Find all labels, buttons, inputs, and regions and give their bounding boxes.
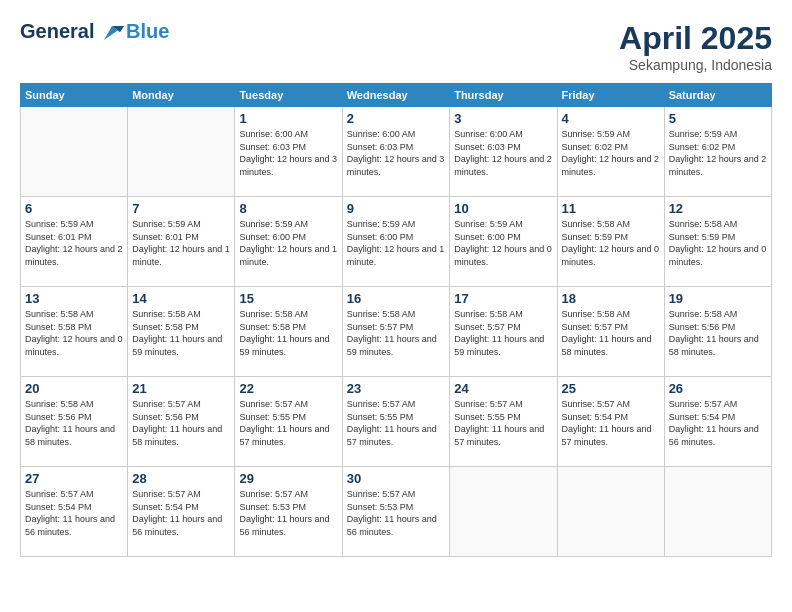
day-of-week-saturday: Saturday <box>664 84 771 107</box>
calendar-week-row: 13 Sunrise: 5:58 AMSunset: 5:58 PMDaylig… <box>21 287 772 377</box>
calendar-cell: 28 Sunrise: 5:57 AMSunset: 5:54 PMDaylig… <box>128 467 235 557</box>
day-info: Sunrise: 5:58 AMSunset: 5:58 PMDaylight:… <box>239 308 337 358</box>
day-number: 21 <box>132 381 230 396</box>
logo-general: General <box>20 20 94 42</box>
calendar-table: SundayMondayTuesdayWednesdayThursdayFrid… <box>20 83 772 557</box>
day-info: Sunrise: 5:58 AMSunset: 5:56 PMDaylight:… <box>669 308 767 358</box>
day-number: 16 <box>347 291 445 306</box>
calendar-cell: 21 Sunrise: 5:57 AMSunset: 5:56 PMDaylig… <box>128 377 235 467</box>
day-info: Sunrise: 5:59 AMSunset: 6:00 PMDaylight:… <box>347 218 445 268</box>
day-of-week-thursday: Thursday <box>450 84 557 107</box>
day-info: Sunrise: 5:59 AMSunset: 6:02 PMDaylight:… <box>562 128 660 178</box>
day-number: 23 <box>347 381 445 396</box>
logo: General Blue <box>20 20 169 42</box>
calendar-cell: 9 Sunrise: 5:59 AMSunset: 6:00 PMDayligh… <box>342 197 449 287</box>
day-number: 15 <box>239 291 337 306</box>
day-number: 11 <box>562 201 660 216</box>
day-of-week-monday: Monday <box>128 84 235 107</box>
day-info: Sunrise: 5:58 AMSunset: 5:58 PMDaylight:… <box>132 308 230 358</box>
calendar-cell: 8 Sunrise: 5:59 AMSunset: 6:00 PMDayligh… <box>235 197 342 287</box>
day-of-week-friday: Friday <box>557 84 664 107</box>
day-number: 1 <box>239 111 337 126</box>
day-info: Sunrise: 5:58 AMSunset: 5:57 PMDaylight:… <box>562 308 660 358</box>
calendar-cell <box>557 467 664 557</box>
calendar-week-row: 6 Sunrise: 5:59 AMSunset: 6:01 PMDayligh… <box>21 197 772 287</box>
day-number: 14 <box>132 291 230 306</box>
calendar-cell: 19 Sunrise: 5:58 AMSunset: 5:56 PMDaylig… <box>664 287 771 377</box>
day-info: Sunrise: 5:58 AMSunset: 5:57 PMDaylight:… <box>454 308 552 358</box>
location-subtitle: Sekampung, Indonesia <box>619 57 772 73</box>
calendar-cell: 4 Sunrise: 5:59 AMSunset: 6:02 PMDayligh… <box>557 107 664 197</box>
day-info: Sunrise: 5:59 AMSunset: 6:00 PMDaylight:… <box>454 218 552 268</box>
calendar-week-row: 1 Sunrise: 6:00 AMSunset: 6:03 PMDayligh… <box>21 107 772 197</box>
day-info: Sunrise: 6:00 AMSunset: 6:03 PMDaylight:… <box>454 128 552 178</box>
day-number: 5 <box>669 111 767 126</box>
calendar-cell: 29 Sunrise: 5:57 AMSunset: 5:53 PMDaylig… <box>235 467 342 557</box>
page-header: General Blue April 2025 Sekampung, Indon… <box>20 20 772 73</box>
calendar-cell: 6 Sunrise: 5:59 AMSunset: 6:01 PMDayligh… <box>21 197 128 287</box>
calendar-cell <box>664 467 771 557</box>
day-info: Sunrise: 5:57 AMSunset: 5:54 PMDaylight:… <box>25 488 123 538</box>
day-info: Sunrise: 5:57 AMSunset: 5:55 PMDaylight:… <box>454 398 552 448</box>
day-info: Sunrise: 5:59 AMSunset: 6:00 PMDaylight:… <box>239 218 337 268</box>
day-info: Sunrise: 5:57 AMSunset: 5:54 PMDaylight:… <box>669 398 767 448</box>
logo-blue: Blue <box>126 20 169 42</box>
day-number: 13 <box>25 291 123 306</box>
calendar-cell: 2 Sunrise: 6:00 AMSunset: 6:03 PMDayligh… <box>342 107 449 197</box>
day-info: Sunrise: 5:58 AMSunset: 5:56 PMDaylight:… <box>25 398 123 448</box>
calendar-cell: 15 Sunrise: 5:58 AMSunset: 5:58 PMDaylig… <box>235 287 342 377</box>
day-info: Sunrise: 5:57 AMSunset: 5:55 PMDaylight:… <box>239 398 337 448</box>
calendar-cell: 12 Sunrise: 5:58 AMSunset: 5:59 PMDaylig… <box>664 197 771 287</box>
title-block: April 2025 Sekampung, Indonesia <box>619 20 772 73</box>
calendar-cell <box>128 107 235 197</box>
day-number: 22 <box>239 381 337 396</box>
day-of-week-wednesday: Wednesday <box>342 84 449 107</box>
calendar-cell: 16 Sunrise: 5:58 AMSunset: 5:57 PMDaylig… <box>342 287 449 377</box>
day-number: 12 <box>669 201 767 216</box>
calendar-week-row: 27 Sunrise: 5:57 AMSunset: 5:54 PMDaylig… <box>21 467 772 557</box>
calendar-cell: 24 Sunrise: 5:57 AMSunset: 5:55 PMDaylig… <box>450 377 557 467</box>
day-number: 24 <box>454 381 552 396</box>
logo-icon <box>102 24 124 42</box>
calendar-cell: 1 Sunrise: 6:00 AMSunset: 6:03 PMDayligh… <box>235 107 342 197</box>
day-number: 2 <box>347 111 445 126</box>
day-number: 20 <box>25 381 123 396</box>
day-number: 17 <box>454 291 552 306</box>
day-info: Sunrise: 5:58 AMSunset: 5:57 PMDaylight:… <box>347 308 445 358</box>
day-number: 25 <box>562 381 660 396</box>
calendar-cell: 30 Sunrise: 5:57 AMSunset: 5:53 PMDaylig… <box>342 467 449 557</box>
day-info: Sunrise: 5:58 AMSunset: 5:59 PMDaylight:… <box>562 218 660 268</box>
calendar-cell: 10 Sunrise: 5:59 AMSunset: 6:00 PMDaylig… <box>450 197 557 287</box>
day-number: 4 <box>562 111 660 126</box>
calendar-cell <box>21 107 128 197</box>
day-info: Sunrise: 5:57 AMSunset: 5:53 PMDaylight:… <box>347 488 445 538</box>
calendar-cell: 13 Sunrise: 5:58 AMSunset: 5:58 PMDaylig… <box>21 287 128 377</box>
calendar-cell: 25 Sunrise: 5:57 AMSunset: 5:54 PMDaylig… <box>557 377 664 467</box>
day-number: 6 <box>25 201 123 216</box>
calendar-cell: 22 Sunrise: 5:57 AMSunset: 5:55 PMDaylig… <box>235 377 342 467</box>
day-number: 18 <box>562 291 660 306</box>
day-of-week-tuesday: Tuesday <box>235 84 342 107</box>
calendar-cell: 26 Sunrise: 5:57 AMSunset: 5:54 PMDaylig… <box>664 377 771 467</box>
day-info: Sunrise: 5:59 AMSunset: 6:01 PMDaylight:… <box>132 218 230 268</box>
day-number: 8 <box>239 201 337 216</box>
day-of-week-sunday: Sunday <box>21 84 128 107</box>
day-number: 7 <box>132 201 230 216</box>
day-info: Sunrise: 5:57 AMSunset: 5:54 PMDaylight:… <box>562 398 660 448</box>
day-info: Sunrise: 5:59 AMSunset: 6:01 PMDaylight:… <box>25 218 123 268</box>
calendar-cell: 7 Sunrise: 5:59 AMSunset: 6:01 PMDayligh… <box>128 197 235 287</box>
day-info: Sunrise: 5:58 AMSunset: 5:59 PMDaylight:… <box>669 218 767 268</box>
calendar-cell <box>450 467 557 557</box>
day-info: Sunrise: 6:00 AMSunset: 6:03 PMDaylight:… <box>347 128 445 178</box>
calendar-cell: 27 Sunrise: 5:57 AMSunset: 5:54 PMDaylig… <box>21 467 128 557</box>
calendar-cell: 3 Sunrise: 6:00 AMSunset: 6:03 PMDayligh… <box>450 107 557 197</box>
day-info: Sunrise: 5:57 AMSunset: 5:56 PMDaylight:… <box>132 398 230 448</box>
calendar-cell: 14 Sunrise: 5:58 AMSunset: 5:58 PMDaylig… <box>128 287 235 377</box>
day-number: 3 <box>454 111 552 126</box>
calendar-cell: 5 Sunrise: 5:59 AMSunset: 6:02 PMDayligh… <box>664 107 771 197</box>
calendar-cell: 17 Sunrise: 5:58 AMSunset: 5:57 PMDaylig… <box>450 287 557 377</box>
month-title: April 2025 <box>619 20 772 57</box>
day-number: 10 <box>454 201 552 216</box>
day-number: 19 <box>669 291 767 306</box>
day-number: 26 <box>669 381 767 396</box>
